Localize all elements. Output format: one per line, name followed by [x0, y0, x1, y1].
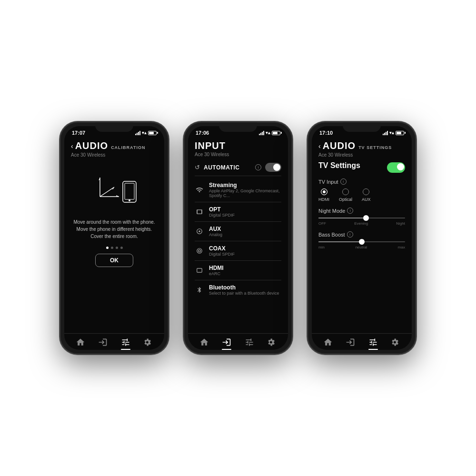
- radio-circle-aux: [363, 188, 369, 195]
- input-item-aux[interactable]: AUX Analog: [195, 222, 281, 241]
- signal-icon-2: [259, 131, 264, 135]
- night-mode-info-icon: i: [347, 208, 353, 214]
- night-mode-thumb[interactable]: [363, 215, 369, 221]
- input-item-bt[interactable]: Bluetooth Select to pair with a Bluetoot…: [195, 280, 281, 299]
- night-mode-labels: OFF Evening Night: [318, 221, 405, 226]
- tv-input-radio-group: HDMI Optical AUX: [318, 188, 405, 202]
- header-sub-1: CALIBRATION: [111, 145, 145, 150]
- input-item-coax[interactable]: COAX Digital SPDIF: [195, 241, 281, 261]
- nav-input-1[interactable]: [95, 337, 110, 347]
- bass-boost-fill: [318, 241, 362, 242]
- nav-settings-3[interactable]: [388, 337, 403, 347]
- opt-icon: [195, 208, 204, 215]
- nav-home-2[interactable]: [197, 337, 212, 347]
- input-item-opt[interactable]: OPT Digital SPDIF: [195, 202, 281, 222]
- time-1: 17:07: [72, 130, 85, 136]
- svg-point-8: [129, 199, 130, 201]
- input-item-hdmi[interactable]: HDMI eARC: [195, 261, 281, 280]
- nav-input-2[interactable]: [219, 337, 234, 347]
- input-item-streaming[interactable]: Streaming Apple AirPlay 2, Google Chrome…: [195, 178, 281, 202]
- header-main-2: INPUT: [195, 140, 226, 151]
- svg-point-9: [198, 230, 200, 232]
- input-text-bt: Bluetooth Select to pair with a Bluetoot…: [209, 284, 281, 296]
- back-arrow-1[interactable]: ‹: [71, 142, 73, 150]
- bluetooth-icon: [195, 287, 204, 293]
- header-device-1: Ace 30 Wireless: [71, 152, 158, 158]
- night-mode-label: Night Mode i: [318, 208, 405, 214]
- nav-home-3[interactable]: [320, 337, 336, 347]
- nav-home-1[interactable]: [73, 337, 88, 347]
- tv-settings-title: TV Settings: [318, 161, 360, 170]
- bass-boost-labels: min neutral max: [318, 245, 405, 249]
- signal-icon: [135, 131, 140, 135]
- tv-settings-toggle-row: TV Settings: [318, 161, 405, 174]
- night-mode-fill: [318, 218, 366, 218]
- nav-audio-3[interactable]: [366, 337, 381, 347]
- status-icons-3: ▾▴: [383, 130, 404, 135]
- wifi-icon-2: ▾▴: [266, 130, 270, 135]
- phone-input: 17:06 ▾▴ INPUT Ace 30 Wireless: [183, 121, 293, 355]
- dot-4: [120, 247, 123, 249]
- nav-audio-1[interactable]: [118, 337, 133, 347]
- screen-tv-settings: ‹ AUDIO TV SETTINGS Ace 30 Wireless TV S…: [312, 138, 412, 350]
- svg-rect-7: [125, 183, 134, 199]
- input-text-aux: AUX Analog: [209, 226, 281, 237]
- input-list: ↺ AUTOMATIC i Streaming Apple AirPlay 2,…: [188, 159, 288, 333]
- header-main-3: AUDIO: [323, 140, 356, 151]
- radio-circle-optical: [342, 188, 349, 195]
- bottom-nav-1: [64, 333, 164, 350]
- header-device-2: Ace 30 Wireless: [195, 152, 281, 157]
- aux-icon: [195, 228, 204, 235]
- dot-3: [116, 247, 118, 249]
- nav-settings-2[interactable]: [264, 337, 279, 347]
- radio-optical[interactable]: Optical: [339, 188, 352, 202]
- wifi-icon-3: ▾▴: [389, 130, 394, 135]
- phones-container: 17:07 ▾▴ ‹ AUDIO CALIBRATION: [60, 121, 416, 355]
- nav-input-3[interactable]: [343, 337, 358, 347]
- calibration-content: Move around the room with the phone. Mov…: [64, 159, 164, 333]
- night-mode-track: [318, 218, 405, 218]
- svg-line-0: [100, 187, 114, 197]
- calibration-text: Move around the room with the phone. Mov…: [73, 218, 155, 240]
- header-input: INPUT Ace 30 Wireless: [188, 138, 288, 159]
- phone-tv-settings: 17:10 ▾▴ ‹ AUDIO TV SETTINGS: [307, 121, 416, 355]
- phone-calibration: 17:07 ▾▴ ‹ AUDIO CALIBRATION: [60, 121, 169, 355]
- bass-boost-thumb[interactable]: [359, 239, 365, 245]
- notch-2: [219, 126, 257, 132]
- hdmi-icon: [195, 267, 204, 274]
- radio-circle-hdmi: [321, 188, 327, 195]
- status-icons-2: ▾▴: [259, 130, 280, 135]
- battery-icon-2: [272, 131, 280, 135]
- radio-hdmi[interactable]: HDMI: [318, 188, 329, 202]
- automatic-label: AUTOMATIC: [204, 164, 251, 171]
- automatic-toggle[interactable]: [265, 163, 281, 172]
- nav-audio-2[interactable]: [242, 337, 257, 347]
- calibration-graphic: [86, 168, 143, 211]
- tv-settings-toggle[interactable]: [387, 162, 405, 173]
- dot-1: [106, 247, 109, 249]
- bass-boost-info-icon: i: [347, 231, 353, 238]
- header-sub-3: TV SETTINGS: [358, 145, 392, 150]
- back-arrow-3[interactable]: ‹: [318, 142, 321, 150]
- nav-settings-1[interactable]: [140, 337, 156, 347]
- automatic-row: ↺ AUTOMATIC i: [195, 159, 281, 176]
- ok-button[interactable]: OK: [95, 254, 133, 267]
- input-text-hdmi: HDMI eARC: [209, 265, 281, 276]
- bass-boost-label: Bass Boost i: [318, 231, 405, 238]
- tv-settings-content: TV Settings TV Input i HDMI: [312, 159, 412, 333]
- screen-calibration: ‹ AUDIO CALIBRATION Ace 30 Wireless: [64, 138, 164, 350]
- signal-icon-3: [383, 131, 388, 135]
- screen-input: INPUT Ace 30 Wireless ↺ AUTOMATIC i: [188, 138, 288, 350]
- wifi-icon: ▾▴: [142, 130, 147, 135]
- notch: [95, 126, 133, 132]
- battery-icon: [148, 131, 157, 135]
- tv-input-info-icon: i: [340, 178, 347, 185]
- header-calibration: ‹ AUDIO CALIBRATION Ace 30 Wireless: [64, 138, 164, 159]
- bass-boost-slider-container: min neutral max: [318, 241, 405, 249]
- time-2: 17:06: [196, 130, 209, 136]
- coax-icon: [195, 248, 204, 254]
- header-main-1: AUDIO: [75, 140, 108, 151]
- radio-aux[interactable]: AUX: [362, 188, 371, 202]
- automatic-icon: ↺: [195, 164, 200, 171]
- input-text-coax: COAX Digital SPDIF: [209, 245, 281, 257]
